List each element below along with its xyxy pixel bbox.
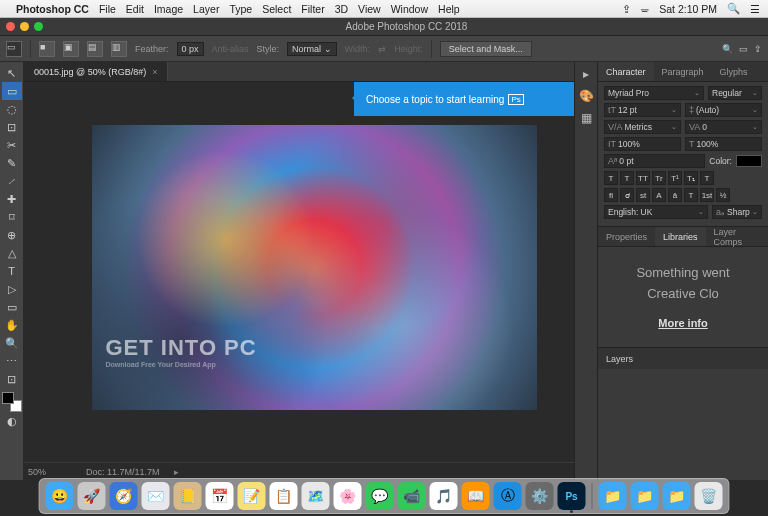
history-icon[interactable]: ▸ [578, 66, 594, 82]
tab-properties[interactable]: Properties [598, 227, 655, 246]
minimize-button[interactable] [20, 22, 29, 31]
subtract-selection-icon[interactable]: ▤ [87, 41, 103, 57]
kerning-field[interactable]: V/AMetrics⌄ [604, 120, 681, 134]
font-style-select[interactable]: Regular⌄ [708, 86, 762, 100]
dock-app-finder[interactable]: 😀 [46, 482, 74, 510]
share-icon[interactable]: ⇪ [754, 44, 762, 54]
dock-app-reminders[interactable]: 📋 [270, 482, 298, 510]
close-tab-icon[interactable]: × [152, 67, 157, 77]
font-size-field[interactable]: tT12 pt⌄ [604, 103, 681, 117]
workspace-icon[interactable]: ▭ [739, 44, 748, 54]
dock-app-itunes[interactable]: 🎵 [430, 482, 458, 510]
fractions-button[interactable]: ½ [716, 188, 730, 202]
quickmask-icon[interactable]: ◐ [2, 412, 22, 430]
tool-shape[interactable]: ▭ [2, 298, 22, 316]
ordinals-button[interactable]: 1st [700, 188, 714, 202]
allcaps-button[interactable]: TT [636, 171, 650, 185]
tool-zoom[interactable]: 🔍 [2, 334, 22, 352]
swash-button[interactable]: A [652, 188, 666, 202]
menu-type[interactable]: Type [229, 3, 252, 15]
select-and-mask-button[interactable]: Select and Mask... [440, 41, 532, 57]
dock-app-launchpad[interactable]: 🚀 [78, 482, 106, 510]
menu-extras-icon[interactable]: ᚚ [641, 3, 649, 15]
menu-3d[interactable]: 3D [335, 3, 348, 15]
tool-move[interactable]: ↖ [2, 64, 22, 82]
menu-select[interactable]: Select [262, 3, 291, 15]
notification-icon[interactable]: ☰ [750, 3, 760, 15]
status-menu-icon[interactable]: ▸ [174, 467, 179, 477]
dock-downloads[interactable]: 📁 [599, 482, 627, 510]
color-swatches[interactable] [2, 392, 22, 412]
tool-more[interactable]: ⋯ [2, 352, 22, 370]
spotlight-icon[interactable]: 🔍 [727, 2, 740, 15]
dock-documents[interactable]: 📁 [631, 482, 659, 510]
dock-app-ibooks[interactable]: 📖 [462, 482, 490, 510]
app-menu[interactable]: Photoshop CC [16, 3, 89, 15]
dock-app-mail[interactable]: ✉️ [142, 482, 170, 510]
vscale-field[interactable]: IT100% [604, 137, 681, 151]
menu-filter[interactable]: Filter [301, 3, 324, 15]
style-select[interactable]: Normal ⌄ [287, 42, 337, 56]
subscript-button[interactable]: T₁ [684, 171, 698, 185]
tool-preset-icon[interactable]: ▭ [6, 41, 22, 57]
stylistic-button[interactable]: ā [668, 188, 682, 202]
tracking-field[interactable]: VA0⌄ [685, 120, 762, 134]
edit-toolbar[interactable]: ⊡ [2, 370, 22, 388]
tool-crop[interactable]: ✂ [2, 136, 22, 154]
text-color-swatch[interactable] [736, 155, 762, 167]
menu-edit[interactable]: Edit [126, 3, 144, 15]
menu-help[interactable]: Help [438, 3, 460, 15]
menu-image[interactable]: Image [154, 3, 183, 15]
superscript-button[interactable]: T¹ [668, 171, 682, 185]
hscale-field[interactable]: T100% [685, 137, 762, 151]
add-selection-icon[interactable]: ▣ [63, 41, 79, 57]
tool-path[interactable]: ▷ [2, 280, 22, 298]
layers-panel-tab[interactable]: Layers [598, 347, 768, 369]
baseline-field[interactable]: Aª0 pt [604, 154, 705, 168]
dock-app-photoshop[interactable]: Ps [558, 482, 586, 510]
feather-input[interactable]: 0 px [177, 42, 204, 56]
tab-layercomps[interactable]: Layer Comps [706, 227, 768, 246]
font-family-select[interactable]: Myriad Pro⌄ [604, 86, 704, 100]
dock-app-maps[interactable]: 🗺️ [302, 482, 330, 510]
menu-view[interactable]: View [358, 3, 381, 15]
more-info-link[interactable]: More info [658, 317, 708, 329]
dock-app-contacts[interactable]: 📒 [174, 482, 202, 510]
close-button[interactable] [6, 22, 15, 31]
language-select[interactable]: English: UK⌄ [604, 205, 708, 219]
dock-app-photos[interactable]: 🌸 [334, 482, 362, 510]
underline-button[interactable]: T [700, 171, 714, 185]
dock-app-notes[interactable]: 📝 [238, 482, 266, 510]
bold-button[interactable]: T [604, 171, 618, 185]
menu-file[interactable]: File [99, 3, 116, 15]
intersect-selection-icon[interactable]: ▥ [111, 41, 127, 57]
canvas-viewport[interactable]: GET INTO PC Download Free Your Desired A… [24, 82, 574, 462]
clock[interactable]: Sat 2:10 PM [659, 3, 717, 15]
swatches-icon[interactable]: ▦ [578, 110, 594, 126]
menu-window[interactable]: Window [391, 3, 428, 15]
wifi-icon[interactable]: ⇪ [622, 3, 631, 15]
alt-button[interactable]: ơ [620, 188, 634, 202]
maximize-button[interactable] [34, 22, 43, 31]
dock-app-appstore[interactable]: Ⓐ [494, 482, 522, 510]
leading-field[interactable]: ‡(Auto)⌄ [685, 103, 762, 117]
tool-eyedropper[interactable]: ✎ [2, 154, 22, 172]
document-tab[interactable]: 00015.jpg @ 50% (RGB/8#) × [24, 62, 168, 81]
antialiasing-select[interactable]: aₐSharp⌄ [712, 205, 762, 219]
dock-app-messages[interactable]: 💬 [366, 482, 394, 510]
italic-button[interactable]: T [620, 171, 634, 185]
new-selection-icon[interactable]: ■ [39, 41, 55, 57]
dock-app-safari[interactable]: 🧭 [110, 482, 138, 510]
menu-layer[interactable]: Layer [193, 3, 219, 15]
tool-quickselect[interactable]: ⊡ [2, 118, 22, 136]
tool-type[interactable]: T [2, 262, 22, 280]
discretionary-button[interactable]: st [636, 188, 650, 202]
tool-gradient[interactable]: △ [2, 244, 22, 262]
dock-trash[interactable]: 🗑️ [695, 482, 723, 510]
tool-stamp[interactable]: ⌑ [2, 208, 22, 226]
dock-folder[interactable]: 📁 [663, 482, 691, 510]
titling-button[interactable]: T [684, 188, 698, 202]
ligatures-button[interactable]: fi [604, 188, 618, 202]
search-icon[interactable]: 🔍 [722, 44, 733, 54]
tab-libraries[interactable]: Libraries [655, 227, 706, 246]
